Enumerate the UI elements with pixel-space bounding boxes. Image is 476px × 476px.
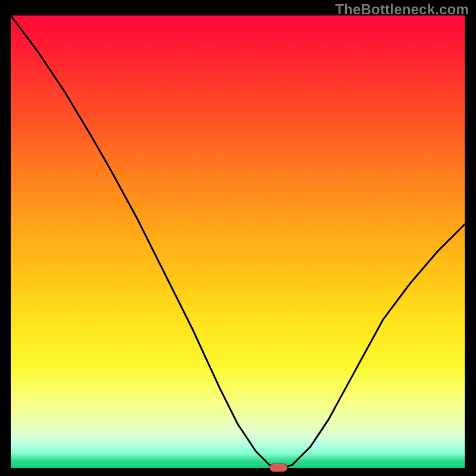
bottleneck-curve: [11, 15, 465, 469]
optimal-marker: [270, 464, 287, 472]
plot-frame: [11, 15, 465, 469]
chart-container: TheBottleneck.com: [0, 0, 476, 476]
line-plot: [11, 15, 465, 469]
